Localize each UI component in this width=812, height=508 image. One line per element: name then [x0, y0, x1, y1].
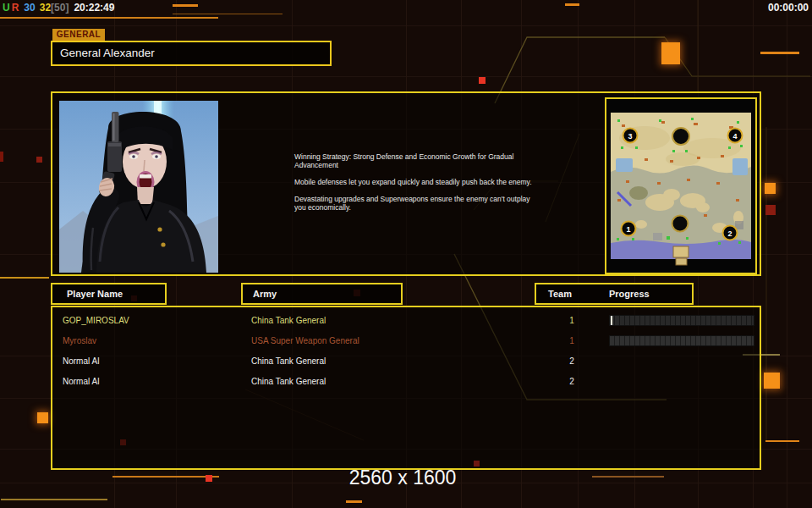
army-header-label: Army — [253, 289, 277, 299]
player-army: China Tank General — [251, 316, 326, 325]
load-progress-bar — [609, 315, 754, 326]
player-team: 1 — [560, 336, 584, 345]
column-header-army: Army — [241, 283, 403, 305]
minimap-spot-1: 1 — [626, 225, 630, 234]
player-army: China Tank General — [251, 356, 326, 366]
general-title: General Alexander — [52, 42, 330, 64]
status-flag-u: U — [3, 2, 10, 14]
player-name: Myroslav — [63, 336, 96, 345]
general-portrait-image — [59, 101, 218, 273]
player-team: 2 — [560, 377, 584, 386]
general-info-panel: Winning Strategy: Strong Defense and Eco… — [51, 91, 761, 276]
status-clock: 20:22:49 — [74, 2, 114, 14]
column-header-team-progress: Team Progress — [535, 283, 694, 305]
strategy-paragraph-2: Mobile defenses let you expand quickly a… — [294, 178, 543, 186]
player-name: Normal AI — [63, 356, 100, 366]
general-title-box: General Alexander — [51, 41, 332, 66]
minimap-spot-4: 4 — [732, 132, 737, 141]
minimap-panel: 3 4 1 2 — [605, 97, 757, 274]
player-list-panel: GOP_MIROSLAV China Tank General 1 Myrosl… — [51, 306, 761, 470]
strategy-paragraph-3: Devastating upgrades and Superweapons en… — [294, 195, 543, 212]
status-flag-r: R — [12, 2, 19, 14]
team-header-label: Team — [548, 284, 572, 303]
player-army: USA Super Weapon General — [251, 336, 359, 345]
status-ping: 30 — [24, 2, 35, 14]
player-row: Normal AI China Tank General 2 — [52, 352, 760, 373]
minimap-image: 3 4 1 2 — [611, 104, 751, 268]
resolution-label: 2560 x 1600 — [349, 467, 457, 489]
progress-header-label: Progress — [609, 284, 650, 303]
match-timer: 00:00:00 — [768, 2, 809, 14]
player-row: GOP_MIROSLAV China Tank General 1 — [52, 312, 760, 332]
gentool-status-bar: UR3032[50]20:22:49 — [3, 2, 116, 14]
player-name: GOP_MIROSLAV — [63, 316, 129, 325]
strategy-paragraph-1: Winning Strategy: Strong Defense and Eco… — [294, 152, 543, 169]
minimap-spot-2: 2 — [727, 229, 732, 238]
status-underline — [0, 17, 218, 19]
player-army: China Tank General — [251, 377, 326, 386]
player-name-header-label: Player Name — [67, 289, 123, 299]
player-row: Myroslav USA Super Weapon General 1 — [52, 332, 760, 352]
minimap-spot-3: 3 — [628, 132, 632, 141]
status-fps-cap: [50] — [51, 2, 69, 14]
player-team: 2 — [560, 356, 584, 366]
player-row: Normal AI China Tank General 2 — [52, 373, 760, 393]
column-header-player-name: Player Name — [51, 283, 167, 305]
load-progress-bar — [609, 335, 754, 346]
player-team: 1 — [560, 316, 584, 325]
status-fps: 32 — [40, 2, 51, 14]
strategy-description: Winning Strategy: Strong Defense and Eco… — [294, 152, 543, 220]
player-name: Normal AI — [63, 377, 100, 386]
progress-caret — [611, 316, 612, 325]
general-tab-label: GENERAL — [52, 29, 105, 41]
